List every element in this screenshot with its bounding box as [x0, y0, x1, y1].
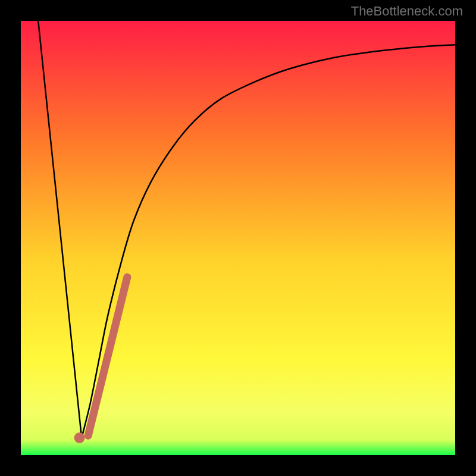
chart-frame: TheBottleneck.com [0, 0, 476, 476]
attribution-label: TheBottleneck.com [351, 4, 463, 19]
plot-area [21, 21, 455, 455]
marker-dot [74, 433, 85, 443]
gradient-background [21, 21, 455, 455]
plot-svg [21, 21, 455, 455]
